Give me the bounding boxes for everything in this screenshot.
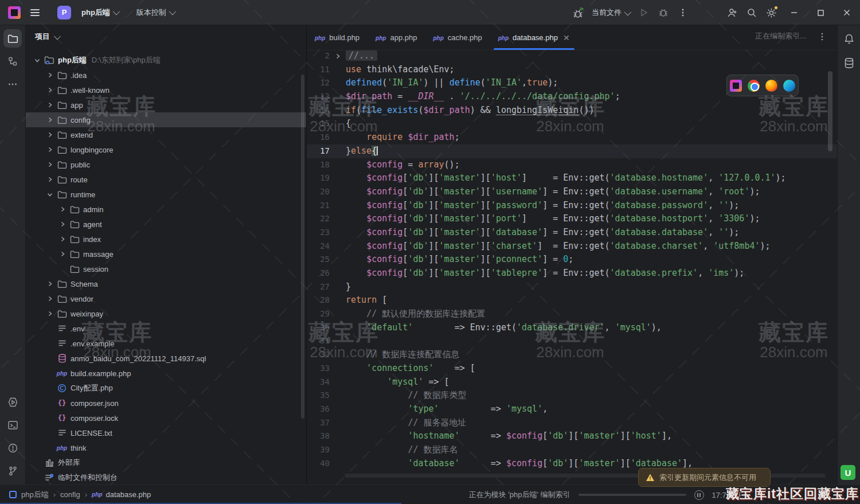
- run-button[interactable]: [634, 3, 654, 22]
- editor-tab-build.php[interactable]: phpbuild.php: [307, 25, 368, 50]
- tree-item-runtime[interactable]: runtime: [26, 187, 306, 202]
- tool-window-button-problems[interactable]: [3, 439, 22, 457]
- project-selector[interactable]: php后端: [81, 7, 118, 18]
- chevron-right-icon[interactable]: [43, 127, 57, 142]
- tree-item-app[interactable]: app: [26, 97, 306, 112]
- chevron-right-icon[interactable]: [43, 142, 57, 157]
- tree-item-composer.json[interactable]: {}composer.json: [26, 396, 306, 411]
- tool-window-button-more[interactable]: [3, 75, 22, 93]
- main-menu-button[interactable]: [26, 4, 44, 21]
- tree-item-agent[interactable]: agent: [26, 217, 306, 232]
- line-number[interactable]: 32: [307, 348, 330, 362]
- code-line-31[interactable]: 31: [307, 334, 837, 348]
- line-number[interactable]: 30: [307, 321, 330, 335]
- line-number[interactable]: 16: [307, 131, 330, 144]
- tool-window-button-structure[interactable]: [3, 52, 22, 71]
- tree-item-City配置.php[interactable]: City配置.php: [26, 381, 306, 396]
- code-line-2[interactable]: 2//...: [307, 49, 837, 63]
- code-line-35[interactable]: 35 // 数据库类型: [307, 389, 837, 403]
- line-number[interactable]: 15: [307, 117, 330, 131]
- tab-close-icon[interactable]: ✕: [563, 33, 570, 42]
- tree-item-longbingcore[interactable]: longbingcore: [26, 142, 306, 157]
- tree-item-.well-known[interactable]: .well-known: [26, 83, 306, 97]
- chevron-down-icon[interactable]: [43, 187, 57, 202]
- line-number[interactable]: 26: [307, 267, 330, 280]
- code-line-32[interactable]: 32 // 数据库连接配置信息: [307, 348, 837, 362]
- edge-browser-icon[interactable]: [783, 80, 795, 92]
- editor-tab-cache.php[interactable]: phpcache.php: [425, 25, 490, 50]
- line-number[interactable]: 39: [307, 443, 330, 457]
- tree-item-index[interactable]: index: [26, 232, 306, 247]
- tree-item-Schema[interactable]: Schema: [26, 276, 306, 291]
- code-line-39[interactable]: 39 // 数据库名: [307, 443, 837, 457]
- line-number[interactable]: 2: [307, 49, 330, 63]
- tree-item-.env[interactable]: .env: [26, 321, 306, 336]
- code-editor[interactable]: 2//...11use think\facade\Env;12defined('…: [307, 49, 837, 485]
- line-number[interactable]: 35: [307, 389, 330, 403]
- tab-options-button[interactable]: [818, 32, 827, 44]
- line-number[interactable]: 28: [307, 294, 330, 307]
- plugin-status-badge[interactable]: U: [841, 465, 855, 480]
- line-number[interactable]: 17: [307, 144, 330, 158]
- chevron-right-icon[interactable]: [43, 157, 57, 172]
- line-number[interactable]: 40: [307, 457, 330, 471]
- chevron-right-icon[interactable]: [56, 202, 69, 217]
- line-number[interactable]: 14: [307, 104, 330, 118]
- breadcrumb-project[interactable]: php后端: [21, 490, 49, 500]
- run-configuration-selector[interactable]: 当前文件: [592, 7, 630, 18]
- chevron-right-icon[interactable]: [43, 68, 57, 83]
- code-with-me-button[interactable]: [722, 3, 742, 22]
- tree-item-extend[interactable]: extend: [26, 127, 306, 142]
- more-actions-button[interactable]: [673, 3, 693, 22]
- code-line-28[interactable]: 28return [: [307, 294, 837, 307]
- line-number[interactable]: 22: [307, 212, 330, 226]
- line-number[interactable]: 21: [307, 199, 330, 213]
- line-number[interactable]: 25: [307, 253, 330, 267]
- tool-window-button-version-control[interactable]: [3, 462, 22, 480]
- code-line-22[interactable]: 22 $config['db']['master']['port'] = Env…: [307, 212, 837, 226]
- tree-item-weixinpay[interactable]: weixinpay: [26, 306, 306, 321]
- code-line-24[interactable]: 24 $config['db']['master']['charset'] = …: [307, 240, 837, 253]
- code-line-15[interactable]: 15{: [307, 117, 837, 131]
- project-panel-title[interactable]: 项目: [35, 32, 50, 42]
- line-number[interactable]: 24: [307, 240, 330, 253]
- line-number[interactable]: 33: [307, 362, 330, 376]
- tool-window-button-database[interactable]: [841, 55, 857, 71]
- line-number[interactable]: 13: [307, 90, 330, 104]
- chevron-right-icon[interactable]: [43, 306, 57, 321]
- tree-item-massage[interactable]: massage: [26, 247, 306, 261]
- breadcrumb-folder[interactable]: config: [60, 490, 80, 499]
- code-line-26[interactable]: 26 $config['db']['master']['tablepre'] =…: [307, 267, 837, 280]
- tree-item-build.example.php[interactable]: phpbuild.example.php: [26, 366, 306, 381]
- line-number[interactable]: 38: [307, 429, 330, 443]
- tree-item-临时文件和控制台[interactable]: 临时文件和控制台: [26, 470, 306, 485]
- code-line-27[interactable]: 27}: [307, 280, 837, 294]
- tool-window-button-notifications-bell[interactable]: [841, 31, 857, 47]
- line-number[interactable]: 27: [307, 280, 330, 294]
- code-line-21[interactable]: 21 $config['db']['master']['password'] =…: [307, 199, 837, 213]
- tree-item-public[interactable]: public: [26, 157, 306, 172]
- chevron-right-icon[interactable]: [43, 112, 57, 127]
- fold-chevron-icon[interactable]: [330, 49, 346, 63]
- tree-item-composer.lock[interactable]: {}composer.lock: [26, 411, 306, 425]
- phpstorm-browser-icon[interactable]: [730, 80, 742, 92]
- line-number[interactable]: 12: [307, 76, 330, 90]
- code-line-16[interactable]: 16 require $dir_path;: [307, 131, 837, 144]
- settings-button[interactable]: [761, 3, 781, 22]
- line-number[interactable]: 23: [307, 226, 330, 240]
- tree-item-LICENSE.txt[interactable]: LICENSE.txt: [26, 425, 306, 440]
- tree-item-外部库[interactable]: 外部库: [26, 455, 306, 470]
- line-number[interactable]: 29: [307, 307, 330, 321]
- caret-position[interactable]: 17:7: [712, 491, 726, 499]
- tree-item-.env.example[interactable]: .env.example: [26, 336, 306, 351]
- chevron-right-icon[interactable]: [43, 83, 57, 97]
- line-number[interactable]: 18: [307, 158, 330, 172]
- project-scrollbar[interactable]: [301, 75, 304, 419]
- pause-indexing-button[interactable]: [694, 490, 704, 500]
- chevron-right-icon[interactable]: [43, 276, 57, 291]
- chevron-right-icon[interactable]: [56, 247, 69, 261]
- code-line-20[interactable]: 20 $config['db']['master']['username'] =…: [307, 185, 837, 199]
- editor-vertical-scrollbar[interactable]: [828, 71, 832, 151]
- chevron-right-icon[interactable]: [43, 97, 57, 112]
- tree-item-think[interactable]: phpthink: [26, 440, 306, 455]
